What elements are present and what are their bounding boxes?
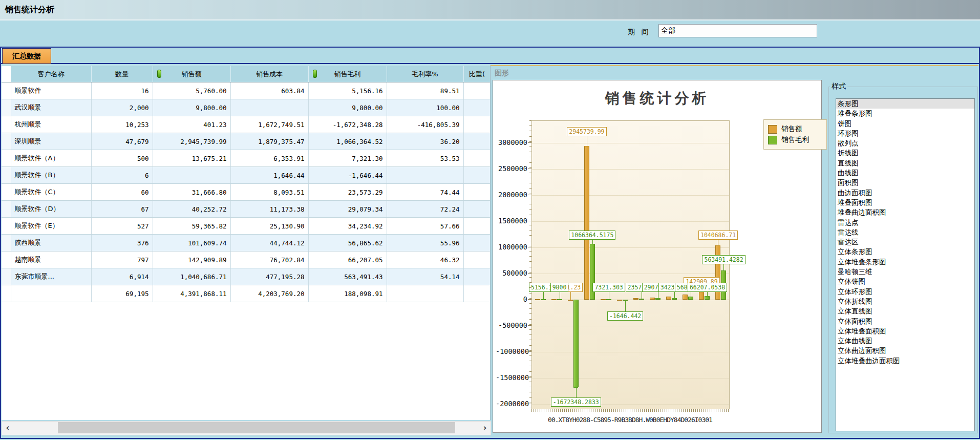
value-cell: [463, 150, 491, 167]
style-option[interactable]: 环形图: [836, 129, 974, 138]
style-option[interactable]: 立体曲线图: [836, 336, 974, 346]
value-cell: 6,353.91: [230, 150, 308, 167]
gridline: [532, 221, 729, 222]
style-option[interactable]: 立体饼图: [836, 277, 974, 286]
value-cell: [463, 99, 491, 116]
style-option[interactable]: 雷达区: [836, 237, 974, 247]
style-option[interactable]: 直线图: [836, 158, 974, 168]
style-option[interactable]: 饼图: [836, 119, 974, 129]
label-leader-cap: [721, 270, 726, 271]
bar-销售额: [617, 300, 622, 301]
column-header[interactable]: 销售额: [153, 66, 230, 82]
row-indicator[interactable]: [2, 99, 11, 116]
value-cell: 142,909.89: [153, 252, 230, 268]
chart-style-list[interactable]: 条形图堆叠条形图饼图环形图散列点折线图直线图曲线图面积图曲边面积图堆叠面积图堆叠…: [836, 98, 975, 431]
value-cell: 1,066,364.52: [308, 133, 387, 150]
style-option[interactable]: 堆叠面积图: [836, 198, 974, 207]
style-option[interactable]: 立体堆叠条形图: [836, 257, 974, 267]
table-row[interactable]: 顺景软件165,760.00603.845,156.1689.51: [2, 82, 491, 99]
customer-name-cell: 顺景软件（E）: [11, 218, 91, 235]
table-row[interactable]: 深圳顺景47,6792,945,739.991,879,375.471,066,…: [2, 133, 491, 150]
column-header-label: 销售毛利: [334, 70, 361, 78]
table-row[interactable]: 东莞市顺景...6,9141,040,686.71477,195.28563,4…: [2, 268, 491, 285]
row-indicator[interactable]: [2, 116, 11, 133]
row-indicator[interactable]: [2, 167, 11, 184]
legend-label: 销售毛利: [781, 135, 809, 144]
table-row[interactable]: 越南顺景797142,909.8976,702.8466,207.0546.32: [2, 252, 491, 268]
table-row[interactable]: 顺景软件（D）6740,252.7211,173.3829,079.3472.2…: [2, 201, 491, 218]
style-option[interactable]: 曲线图: [836, 168, 974, 178]
customer-name-cell: 顺景软件（C）: [11, 184, 91, 201]
data-label: -1672348.2833: [551, 397, 601, 407]
style-option[interactable]: 折线图: [836, 148, 974, 158]
style-option[interactable]: 立体直线图: [836, 306, 974, 316]
style-option[interactable]: 立体堆叠面积图: [836, 326, 974, 336]
column-header[interactable]: 客户名称: [11, 66, 91, 82]
table-row[interactable]: 陕西顺景376101,609.7444,744.1256,865.6255.96: [2, 235, 491, 252]
row-indicator[interactable]: [2, 218, 11, 235]
chart-title: 销售统计分析: [493, 89, 821, 108]
table-row[interactable]: 武汉顺景2,0009,800.009,800.00100.00: [2, 99, 491, 116]
style-option[interactable]: 立体面积图: [836, 317, 974, 326]
tab-summary-data[interactable]: 汇总数据: [2, 48, 51, 64]
style-option[interactable]: 面积图: [836, 178, 974, 187]
style-option[interactable]: 立体折线图: [836, 297, 974, 306]
label-leader-cap: [584, 146, 589, 146]
horizontal-scrollbar[interactable]: ‹ ›: [2, 421, 491, 435]
value-cell: 1,672,749.51: [230, 116, 308, 133]
table-total-row[interactable]: 69,1954,391,868.114,203,769.20188,098.91: [2, 285, 491, 302]
gridline: [532, 274, 729, 274]
column-header[interactable]: 比重(: [463, 66, 491, 82]
row-indicator[interactable]: [2, 82, 11, 99]
column-header[interactable]: 数量: [91, 66, 153, 82]
style-option[interactable]: 雷达线: [836, 227, 974, 237]
style-option[interactable]: 雷达点: [836, 218, 974, 227]
row-indicator[interactable]: [2, 133, 11, 150]
period-input[interactable]: [658, 24, 817, 37]
chart-plot-area: 2945739.991040686.71142909.89401.235156.…: [531, 120, 730, 409]
row-indicator[interactable]: [2, 201, 11, 218]
scroll-right-arrow[interactable]: ›: [479, 422, 491, 434]
column-header[interactable]: 销售毛利: [308, 66, 387, 82]
style-option[interactable]: 曲边面积图: [836, 188, 974, 198]
table-row[interactable]: 顺景软件（B）61,646.44-1,646.44: [2, 167, 491, 184]
column-header[interactable]: 销售成本: [230, 66, 308, 82]
style-option[interactable]: 曼哈顿三维: [836, 267, 974, 277]
legend-item: 销售额: [768, 124, 822, 134]
value-cell: -1,672,348.28: [308, 116, 387, 133]
row-indicator[interactable]: [2, 235, 11, 252]
style-option[interactable]: 立体环形图: [836, 287, 974, 297]
table-header-row: 客户名称数量销售额销售成本销售毛利毛利率%比重(: [2, 66, 491, 82]
row-indicator[interactable]: [2, 268, 11, 285]
row-indicator[interactable]: [2, 285, 11, 302]
data-label: 563491.4282: [702, 255, 745, 264]
label-leader-line: [625, 300, 626, 311]
row-indicator[interactable]: [2, 150, 11, 167]
table-row[interactable]: 杭州顺景10,253401.231,672,749.51-1,672,348.2…: [2, 116, 491, 133]
style-option[interactable]: 散列点: [836, 138, 974, 148]
chart-panel-label: 图形: [495, 69, 509, 78]
column-header-label: 销售成本: [256, 70, 283, 78]
table-row[interactable]: 顺景软件（E）52759,365.8225,130.9034,234.9257.…: [2, 218, 491, 235]
scroll-left-arrow[interactable]: ‹: [2, 422, 13, 434]
style-option[interactable]: 条形图: [836, 99, 974, 109]
style-option[interactable]: 立体曲边面积图: [836, 346, 974, 355]
style-option[interactable]: 堆叠曲边面积图: [836, 207, 974, 217]
scrollbar-thumb[interactable]: [58, 422, 455, 433]
column-header[interactable]: 毛利率%: [387, 66, 463, 82]
style-option[interactable]: 立体条形图: [836, 247, 974, 257]
style-option[interactable]: 立体堆叠曲边面积图: [836, 356, 974, 366]
label-leader-line: [642, 291, 642, 299]
value-cell: [463, 82, 491, 99]
style-option[interactable]: 堆叠条形图: [836, 109, 974, 118]
row-indicator[interactable]: [2, 184, 11, 201]
table-row[interactable]: 顺景软件（C）6031,666.808,093.5123,573.2974.44: [2, 184, 491, 201]
x-axis-minor-ticks: [531, 409, 729, 412]
legend-swatch: [768, 125, 777, 134]
row-indicator[interactable]: [2, 252, 11, 268]
table-row[interactable]: 顺景软件（A）50013,675.216,353.917,321.3053.53: [2, 150, 491, 167]
value-cell: 59,365.82: [153, 218, 230, 235]
value-cell: 57.66: [387, 218, 463, 235]
value-cell: 401.23: [153, 116, 230, 133]
bar-销售额: [584, 146, 589, 300]
